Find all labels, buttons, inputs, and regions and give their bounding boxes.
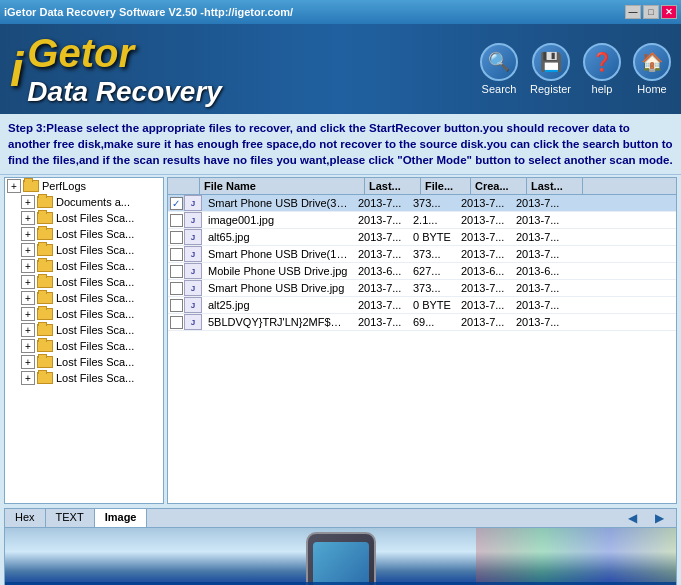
checkbox-7[interactable] (170, 316, 183, 329)
nav-help[interactable]: ❓ help (583, 43, 621, 95)
tree-label-perflogs: PerfLogs (42, 180, 86, 192)
row-checkbox-7[interactable] (168, 315, 184, 329)
preview-next-button[interactable]: ▶ (647, 509, 672, 527)
tree-item-lost2[interactable]: + Lost Files Sca... (5, 226, 163, 242)
expand-lost6[interactable]: + (21, 291, 35, 305)
checkbox-1[interactable] (170, 214, 183, 227)
file-crea-5: 2013-7... (457, 281, 512, 295)
tree-item-lost10[interactable]: + Lost Files Sca... (5, 354, 163, 370)
table-row[interactable]: J Mobile Phone USB Drive.jpg 2013-6... 6… (168, 263, 676, 280)
file-type-icon-1: J (184, 212, 202, 228)
logo-getor: Getor (27, 31, 134, 75)
expand-lost11[interactable]: + (21, 371, 35, 385)
checkbox-6[interactable] (170, 299, 183, 312)
tree-item-lost11[interactable]: + Lost Files Sca... (5, 370, 163, 386)
tree-item-perflogs[interactable]: + PerfLogs (5, 178, 163, 194)
tree-item-documents[interactable]: + Documents a... (5, 194, 163, 210)
expand-lost9[interactable]: + (21, 339, 35, 353)
logo-icon: i (10, 42, 23, 97)
tab-image[interactable]: Image (95, 509, 148, 527)
expand-lost3[interactable]: + (21, 243, 35, 257)
table-row[interactable]: J image001.jpg 2013-7... 2.1... 2013-7..… (168, 212, 676, 229)
folder-icon-lost5 (37, 276, 53, 288)
file-size-4: 627... (409, 264, 457, 278)
row-checkbox-6[interactable] (168, 298, 184, 312)
row-checkbox-0[interactable] (168, 196, 184, 210)
tree-item-lost4[interactable]: + Lost Files Sca... (5, 258, 163, 274)
row-checkbox-4[interactable] (168, 264, 184, 278)
file-size-7: 69... (409, 315, 457, 329)
row-checkbox-2[interactable] (168, 230, 184, 244)
nav-register[interactable]: 💾 Register (530, 43, 571, 95)
table-row[interactable]: J Smart Phone USB Drive(1).jpg 2013-7...… (168, 246, 676, 263)
expand-perflogs[interactable]: + (7, 179, 21, 193)
nav-home[interactable]: 🏠 Home (633, 43, 671, 95)
checkbox-5[interactable] (170, 282, 183, 295)
nav-icons: 🔍 Search 💾 Register ❓ help 🏠 Home (480, 43, 671, 95)
tree-item-lost3[interactable]: + Lost Files Sca... (5, 242, 163, 258)
expand-lost5[interactable]: + (21, 275, 35, 289)
folder-icon-lost1 (37, 212, 53, 224)
folder-icon-lost2 (37, 228, 53, 240)
tree-item-lost8[interactable]: + Lost Files Sca... (5, 322, 163, 338)
col-header-check[interactable] (168, 178, 200, 194)
file-name-3: Smart Phone USB Drive(1).jpg (204, 247, 354, 261)
file-crea-0: 2013-7... (457, 196, 512, 210)
file-name-4: Mobile Phone USB Drive.jpg (204, 264, 354, 278)
preview-prev-button[interactable]: ◀ (620, 509, 645, 527)
file-name-7: 5BLDVQY}TRJ'LN}2MF$GYP0.jpg (204, 315, 354, 329)
file-type-icon-2: J (184, 229, 202, 245)
folder-icon-lost7 (37, 308, 53, 320)
tab-hex[interactable]: Hex (5, 509, 46, 527)
expand-lost8[interactable]: + (21, 323, 35, 337)
tree-panel[interactable]: + PerfLogs + Documents a... + Lost Files… (4, 177, 164, 504)
expand-lost4[interactable]: + (21, 259, 35, 273)
tree-item-lost9[interactable]: + Lost Files Sca... (5, 338, 163, 354)
file-crea-7: 2013-7... (457, 315, 512, 329)
tree-item-lost1[interactable]: + Lost Files Sca... (5, 210, 163, 226)
col-header-last[interactable]: Last... (365, 178, 421, 194)
expand-documents[interactable]: + (21, 195, 35, 209)
folder-icon-lost9 (37, 340, 53, 352)
close-button[interactable]: ✕ (661, 5, 677, 19)
tree-label-documents: Documents a... (56, 196, 130, 208)
folder-icon-lost8 (37, 324, 53, 336)
checkbox-4[interactable] (170, 265, 183, 278)
tree-item-lost6[interactable]: + Lost Files Sca... (5, 290, 163, 306)
preview-image: www.igetor.com ©iGetor Data Recovery Sof… (5, 528, 676, 585)
nav-register-label: Register (530, 83, 571, 95)
nav-search[interactable]: 🔍 Search (480, 43, 518, 95)
register-icon-circle: 💾 (532, 43, 570, 81)
table-row[interactable]: J Smart Phone USB Drive(3).jpg 2013-7...… (168, 195, 676, 212)
table-row[interactable]: J alt65.jpg 2013-7... 0 BYTE 2013-7... 2… (168, 229, 676, 246)
file-rows-area[interactable]: J Smart Phone USB Drive(3).jpg 2013-7...… (168, 195, 676, 503)
app-title: iGetor Data Recovery Software V2.50 -htt… (4, 6, 293, 18)
row-checkbox-1[interactable] (168, 213, 184, 227)
expand-lost7[interactable]: + (21, 307, 35, 321)
col-header-file[interactable]: File... (421, 178, 471, 194)
tree-label-lost4: Lost Files Sca... (56, 260, 134, 272)
tab-text[interactable]: TEXT (46, 509, 95, 527)
expand-lost10[interactable]: + (21, 355, 35, 369)
checkbox-0[interactable] (170, 197, 183, 210)
table-row[interactable]: J alt25.jpg 2013-7... 0 BYTE 2013-7... 2… (168, 297, 676, 314)
file-name-1: image001.jpg (204, 213, 354, 227)
col-header-last2[interactable]: Last... (527, 178, 583, 194)
table-row[interactable]: J Smart Phone USB Drive.jpg 2013-7... 37… (168, 280, 676, 297)
maximize-button[interactable]: □ (643, 5, 659, 19)
title-bar: iGetor Data Recovery Software V2.50 -htt… (0, 0, 681, 24)
col-header-name[interactable]: File Name (200, 178, 365, 194)
row-checkbox-5[interactable] (168, 281, 184, 295)
tree-item-lost5[interactable]: + Lost Files Sca... (5, 274, 163, 290)
checkbox-2[interactable] (170, 231, 183, 244)
table-row[interactable]: J 5BLDVQY}TRJ'LN}2MF$GYP0.jpg 2013-7... … (168, 314, 676, 331)
col-header-crea[interactable]: Crea... (471, 178, 527, 194)
tree-item-lost7[interactable]: + Lost Files Sca... (5, 306, 163, 322)
expand-lost2[interactable]: + (21, 227, 35, 241)
expand-lost1[interactable]: + (21, 211, 35, 225)
row-checkbox-3[interactable] (168, 247, 184, 261)
tree-label-lost1: Lost Files Sca... (56, 212, 134, 224)
file-last2-4: 2013-6... (512, 264, 567, 278)
checkbox-3[interactable] (170, 248, 183, 261)
minimize-button[interactable]: — (625, 5, 641, 19)
